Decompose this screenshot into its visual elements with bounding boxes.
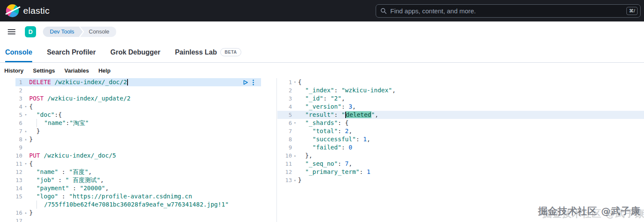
line-number: 14 [0,184,22,192]
fold-down-icon[interactable]: ▾ [22,160,29,168]
code-text: "name" : "百度", [29,168,276,176]
token-p: { [298,79,301,85]
code-line[interactable]: 17 [0,217,276,222]
code-line[interactable]: 15 "logo" : "https://profile-avatar.csdn… [0,192,276,201]
fold-up-icon[interactable]: ▴ [22,127,29,135]
token-p: , [392,87,395,94]
response-viewer[interactable]: 1▾{2 "_index": "wzkicu-index",3 "_id": "… [277,78,644,222]
tab-console[interactable]: Console [5,42,32,62]
token-p [29,201,36,208]
token-p: } [298,176,301,183]
token-p: : [334,87,341,94]
tab-painless-lab[interactable]: Painless LabBETA [175,42,241,62]
token-u: /wzkicu-index/_doc/5 [44,152,116,159]
token-p: : [323,95,331,102]
token-p: : [58,168,69,175]
token-p: { [29,160,33,167]
fold-up-icon[interactable]: ▴ [292,176,298,184]
code-line[interactable]: 6▾ "_shards": { [277,119,644,127]
code-line[interactable]: 5 "result": "deleted", [277,111,644,119]
fold-down-icon[interactable]: ▾ [22,103,29,111]
fold-spacer [292,94,298,103]
code-line[interactable]: 1DELETE /wzkicu-index/_doc/2 [0,78,276,86]
code-line[interactable]: 13▴} [277,176,644,184]
fold-up-icon[interactable]: ▴ [22,209,29,217]
tab-grok-debugger[interactable]: Grok Debugger [110,42,160,62]
request-actions [243,78,255,86]
line-number [0,201,22,209]
token-s: " [371,111,375,118]
fold-spacer [22,217,29,222]
code-line[interactable]: 5▾ "doc":{ [0,111,276,119]
code-line[interactable]: 9 "failed": 0 [277,143,644,152]
code-text: "doc":{ [29,111,276,119]
fold-up-icon[interactable]: ▴ [22,135,29,143]
code-line[interactable]: 8 "successful": 1, [277,135,644,143]
code-line[interactable]: 12 "name" : "百度", [0,168,276,176]
token-k: "name" [36,168,58,175]
code-line[interactable]: 14 "payment" : "20000", [0,184,276,192]
code-line[interactable]: /755ff10be62f4e7081bc36028fa9eafe_w77634… [0,201,276,209]
code-text [29,86,276,94]
fold-spacer [292,111,298,119]
line-number: 17 [0,217,22,222]
code-line[interactable]: 9 [0,143,276,152]
token-p: , [375,111,378,118]
code-line[interactable]: 3 "_id": "2", [277,94,644,103]
code-line[interactable]: 12 "_primary_term": 1 [277,168,644,176]
menu-item-settings[interactable]: Settings [33,67,55,74]
code-line[interactable]: 6 "name":"淘宝" [0,119,276,127]
breadcrumb-item-dev-tools[interactable]: Dev Tools [43,27,83,37]
token-k: "_version" [305,103,341,110]
code-line[interactable]: 13 "job" : " 百度测试", [0,176,276,184]
fold-down-icon[interactable]: ▾ [292,119,298,127]
code-line[interactable]: 1▾{ [277,78,644,86]
token-p: : [341,144,349,151]
fold-down-icon[interactable]: ▾ [22,111,29,119]
token-s: " 百度测试" [65,176,100,183]
line-number: 3 [277,94,292,103]
line-number: 2 [0,86,22,94]
token-p: } [29,209,33,216]
menu-icon[interactable] [8,29,15,34]
token-p [298,128,313,134]
token-p [298,160,305,167]
code-line[interactable]: 11▾{ [0,160,276,168]
code-line[interactable]: 11 "_seq_no": 7, [277,160,644,168]
code-line[interactable]: 10PUT /wzkicu-index/_doc/5 [0,152,276,160]
dev-tools-app-badge[interactable]: D [25,26,36,37]
token-p: : [356,136,363,143]
token-p [37,201,44,208]
code-line[interactable]: 2 [0,86,276,94]
token-p: } [29,136,33,143]
token-p: : [58,193,69,200]
menu-item-variables[interactable]: Variables [64,67,89,74]
tab-search-profiler[interactable]: Search Profiler [47,42,96,62]
request-editor[interactable]: 1DELETE /wzkicu-index/_doc/223POST /wzki… [0,78,277,222]
token-p: , [367,136,370,143]
code-line[interactable]: 3POST /wzkicu-index/_update/2 [0,94,276,103]
code-line[interactable]: 16▴} [0,209,276,217]
code-text: /755ff10be62f4e7081bc36028fa9eafe_w77634… [29,201,276,209]
code-line[interactable]: 8▴} [0,135,276,143]
code-line[interactable]: 10▴ }, [277,152,644,160]
breadcrumb-bar: D Dev ToolsConsole [0,21,644,42]
menu-item-history[interactable]: History [4,67,24,74]
request-options-button[interactable] [252,79,255,85]
code-line[interactable]: 7 "total": 2, [277,127,644,135]
send-request-button[interactable] [243,80,248,85]
token-k: "logo" [36,193,58,200]
elastic-logo-icon[interactable] [6,4,19,17]
menu-item-help[interactable]: Help [98,67,110,74]
fold-down-icon[interactable]: ▾ [292,78,298,86]
code-line[interactable]: 4 "_version": 3, [277,103,644,111]
token-p [298,136,313,143]
fold-spacer [292,86,298,94]
code-line[interactable]: 4▾{ [0,103,276,111]
global-search-input[interactable]: Find apps, content, and more. ⌘/ [376,4,641,18]
code-line[interactable]: 7▴ } [0,127,276,135]
code-line[interactable]: 2 "_index": "wzkicu-index", [277,86,644,94]
search-shortcut-badge: ⌘/ [626,7,638,15]
fold-up-icon[interactable]: ▴ [292,152,298,160]
token-p: , [349,128,352,134]
